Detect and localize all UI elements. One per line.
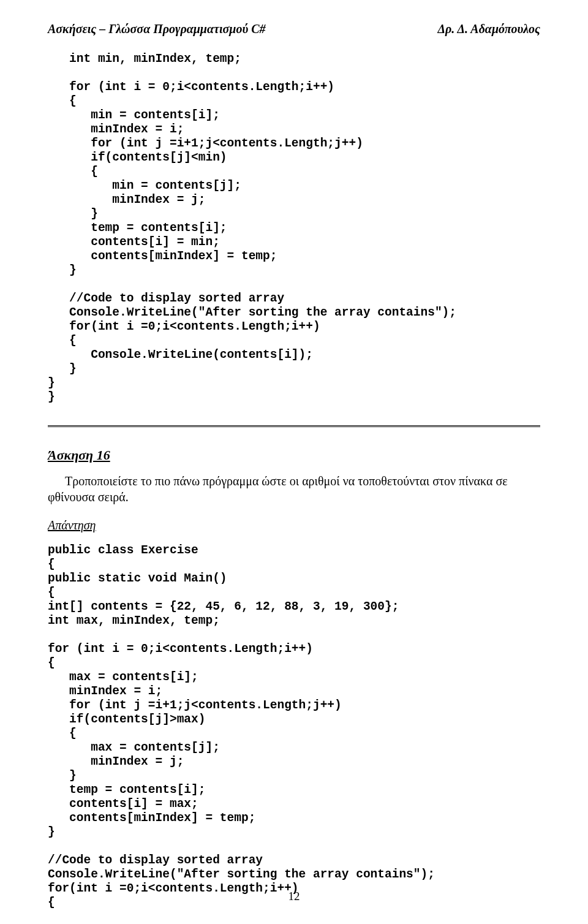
exercise-title: Άσκηση 16 <box>48 447 540 463</box>
code-block-top: int min, minIndex, temp; for (int i = 0;… <box>48 52 540 404</box>
header-left: Ασκήσεις – Γλώσσα Προγραμματισμού C# <box>48 22 266 36</box>
section-separator <box>48 425 540 429</box>
page: Ασκήσεις – Γλώσσα Προγραμματισμού C# Δρ.… <box>0 0 588 924</box>
header-right: Δρ. Δ. Αδαμόπουλος <box>437 22 540 36</box>
page-number: 12 <box>0 890 588 903</box>
page-header: Ασκήσεις – Γλώσσα Προγραμματισμού C# Δρ.… <box>48 22 540 36</box>
code-block-bottom: public class Exercise { public static vo… <box>48 543 540 910</box>
answer-label: Απάντηση <box>48 518 540 532</box>
exercise-body: Τροποποιείστε το πιο πάνω πρόγραμμα ώστε… <box>48 473 540 505</box>
